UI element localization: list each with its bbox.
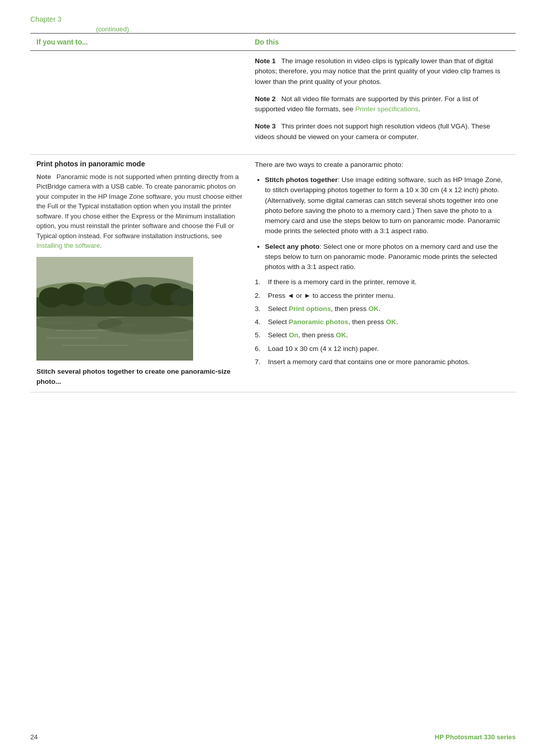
panoramic-section-title: Print photos in panoramic mode xyxy=(36,160,243,168)
bullet-stitch-label: Stitch photos together xyxy=(265,176,338,184)
footer: 24 HP Photosmart 330 series xyxy=(30,733,516,741)
panoramic-note-label: Note xyxy=(36,173,51,181)
main-table: If you want to... Do this Note 1 The ima… xyxy=(30,33,516,392)
panoramic-note-text: Panoramic mode is not supported when pri… xyxy=(36,173,242,240)
landscape-svg xyxy=(36,257,193,361)
note-1-text: The image resolution in video clips is t… xyxy=(255,57,500,85)
note-3: Note 3 This printer does not support hig… xyxy=(255,121,510,142)
panoramic-right-cell: There are two ways to create a panoramic… xyxy=(249,154,516,392)
page: Chapter 3 (continued) If you want to... … xyxy=(0,0,546,756)
notes-right-cell: Note 1 The image resolution in video cli… xyxy=(249,51,516,154)
step-1-text: If there is a memory card in the printer… xyxy=(268,277,417,287)
bullet-select: Select any photo: Select one or more pho… xyxy=(265,242,510,273)
step-2-text: Press ◄ or ► to access the printer menu. xyxy=(268,291,395,301)
panoramic-bullets: Stitch photos together: Use image editin… xyxy=(255,175,510,272)
installing-software-link[interactable]: Installing the software xyxy=(36,242,100,249)
panoramic-caption: Stitch several photos together to create… xyxy=(36,367,243,387)
footer-page-number: 24 xyxy=(30,733,37,741)
step-6-text: Load 10 x 30 cm (4 x 12 inch) paper. xyxy=(268,344,379,354)
svg-point-7 xyxy=(57,284,87,306)
printer-specifications-link[interactable]: Printer specifications xyxy=(355,105,419,113)
panoramic-row: Print photos in panoramic mode Note Pano… xyxy=(30,154,516,392)
col-left-header: If you want to... xyxy=(30,33,249,51)
step-3: 3. Select Print options, then press OK. xyxy=(255,304,510,314)
step-2: 2. Press ◄ or ► to access the printer me… xyxy=(255,291,510,301)
step-7: 7. Insert a memory card that contains on… xyxy=(255,357,510,367)
notes-row: Note 1 The image resolution in video cli… xyxy=(30,51,516,154)
step-4-text: Select Panoramic photos, then press OK. xyxy=(268,317,398,327)
note-1-label: Note 1 xyxy=(255,57,276,65)
step-7-text: Insert a memory card that contains one o… xyxy=(268,357,470,367)
bullet-select-label: Select any photo xyxy=(265,243,320,250)
step-5-text: Select On, then press OK. xyxy=(268,330,348,340)
svg-point-9 xyxy=(104,281,136,305)
chapter-label: Chapter 3 xyxy=(30,15,516,23)
bullet-stitch: Stitch photos together: Use image editin… xyxy=(265,175,510,237)
panoramic-steps: 1. If there is a memory card in the prin… xyxy=(255,277,510,367)
step-3-text: Select Print options, then press OK. xyxy=(268,304,381,314)
bullet-stitch-text: : Use image editing software, such as HP… xyxy=(265,176,503,235)
panoramic-left-cell: Print photos in panoramic mode Note Pano… xyxy=(30,154,249,392)
note-3-text: This printer does not support high resol… xyxy=(255,122,490,140)
step-5: 5. Select On, then press OK. xyxy=(255,330,510,340)
step-6: 6. Load 10 x 30 cm (4 x 12 inch) paper. xyxy=(255,344,510,354)
notes-left-cell xyxy=(30,51,249,154)
note-2-label: Note 2 xyxy=(255,95,276,103)
panoramic-note: Note Panoramic mode is not supported whe… xyxy=(36,172,243,251)
continued-label: (continued) xyxy=(96,25,516,33)
footer-brand: HP Photosmart 330 series xyxy=(435,733,516,741)
col-right-header: Do this xyxy=(249,33,516,51)
step-1: 1. If there is a memory card in the prin… xyxy=(255,277,510,287)
note-2: Note 2 Not all video file formats are su… xyxy=(255,94,510,115)
panoramic-intro: There are two ways to create a panoramic… xyxy=(255,160,510,170)
panoramic-image xyxy=(36,257,193,361)
note-3-label: Note 3 xyxy=(255,122,276,130)
step-4: 4. Select Panoramic photos, then press O… xyxy=(255,317,510,327)
note-1: Note 1 The image resolution in video cli… xyxy=(255,56,510,87)
